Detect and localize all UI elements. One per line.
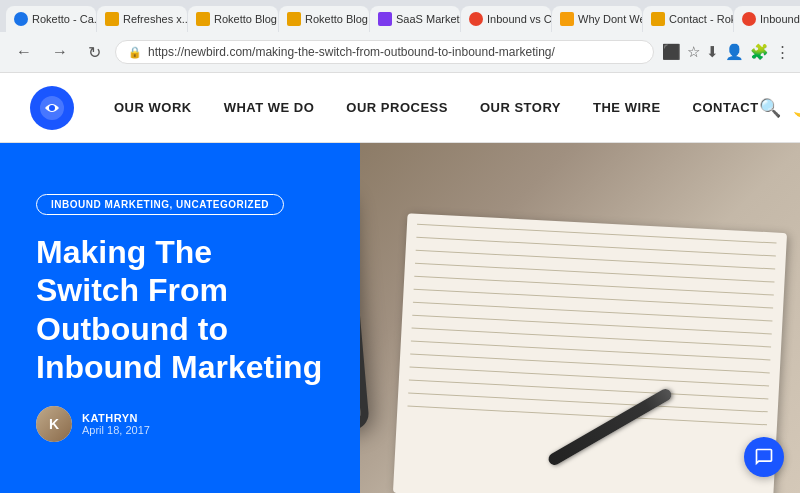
menu-button[interactable]: ⋮ — [775, 43, 790, 61]
tab-roketto[interactable]: Roketto - Ca... × — [6, 6, 96, 32]
tab-saas[interactable]: SaaS Marketi... × — [370, 6, 460, 32]
tab-inbound[interactable]: Inbound vs C... × — [461, 6, 551, 32]
tab-favicon — [742, 12, 756, 26]
nav-what-we-do[interactable]: WHAT WE DO — [224, 100, 315, 115]
tab-favicon — [560, 12, 574, 26]
tab-inbound2[interactable]: Inbound vs C... × — [734, 6, 800, 32]
tab-label: Roketto Blog... — [305, 13, 369, 25]
author-date: April 18, 2017 — [82, 424, 150, 436]
logo[interactable] — [30, 86, 74, 130]
chat-widget[interactable] — [744, 437, 784, 477]
tab-why[interactable]: Why Dont We... × — [552, 6, 642, 32]
nav-the-wire[interactable]: THE WIRE — [593, 100, 661, 115]
tab-label: Why Dont We... — [578, 13, 642, 25]
tab-refreshes[interactable]: Refreshes x... × — [97, 6, 187, 32]
hero-overlay: INBOUND MARKETING, UNCATEGORIZED Making … — [0, 143, 360, 493]
tab-favicon — [14, 12, 28, 26]
profile-button[interactable]: 👤 — [725, 43, 744, 61]
nav-our-process[interactable]: OUR PROCESS — [346, 100, 448, 115]
url-text: https://newbird.com/making-the-switch-fr… — [148, 45, 555, 59]
search-button[interactable]: 🔍 — [759, 97, 781, 119]
forward-button[interactable]: → — [46, 41, 74, 63]
tab-favicon — [287, 12, 301, 26]
dark-mode-button[interactable]: 🌙 — [793, 97, 800, 119]
tab-favicon — [469, 12, 483, 26]
tab-favicon — [651, 12, 665, 26]
tab-contact[interactable]: Contact - Rok... × — [643, 6, 733, 32]
tab-favicon — [196, 12, 210, 26]
nav-our-story[interactable]: OUR STORY — [480, 100, 561, 115]
tab-label: SaaS Marketi... — [396, 13, 460, 25]
tab-label: Roketto - Ca... — [32, 13, 96, 25]
navigation-bar: ← → ↻ 🔒 https://newbird.com/making-the-s… — [0, 32, 800, 72]
tab-roketto2[interactable]: Roketto Blog... × — [188, 6, 278, 32]
hero-section: INBOUND MARKETING, UNCATEGORIZED Making … — [0, 143, 800, 493]
hero-author: K KATHRYN April 18, 2017 — [36, 406, 324, 442]
hero-tag: INBOUND MARKETING, UNCATEGORIZED — [36, 194, 284, 215]
extensions-button[interactable]: 🧩 — [750, 43, 769, 61]
back-button[interactable]: ← — [10, 41, 38, 63]
screenshot-button[interactable]: ⬛ — [662, 43, 681, 61]
chat-icon — [754, 447, 774, 467]
nav-actions: ⬛ ☆ ⬇ 👤 🧩 ⋮ — [662, 43, 790, 61]
tab-roketto3[interactable]: Roketto Blog... × — [279, 6, 369, 32]
author-info: KATHRYN April 18, 2017 — [82, 412, 150, 436]
tab-label: Refreshes x... — [123, 13, 187, 25]
main-nav: OUR WORK WHAT WE DO OUR PROCESS OUR STOR… — [114, 100, 759, 115]
browser-chrome: Roketto - Ca... × Refreshes x... × Roket… — [0, 0, 800, 73]
author-name: KATHRYN — [82, 412, 150, 424]
hero-title: Making The Switch From Outbound to Inbou… — [36, 233, 324, 387]
website: OUR WORK WHAT WE DO OUR PROCESS OUR STOR… — [0, 73, 800, 493]
svg-point-1 — [49, 105, 55, 111]
lock-icon: 🔒 — [128, 46, 142, 59]
tab-favicon — [105, 12, 119, 26]
address-bar[interactable]: 🔒 https://newbird.com/making-the-switch-… — [115, 40, 654, 64]
avatar: K — [36, 406, 72, 442]
tab-label: Inbound vs C... — [760, 13, 800, 25]
nav-contact[interactable]: CONTACT — [693, 100, 759, 115]
tab-label: Inbound vs C... — [487, 13, 551, 25]
tab-label: Contact - Rok... — [669, 13, 733, 25]
tab-bar: Roketto - Ca... × Refreshes x... × Roket… — [0, 0, 800, 32]
nav-our-work[interactable]: OUR WORK — [114, 100, 192, 115]
avatar-initials: K — [36, 406, 72, 442]
download-button[interactable]: ⬇ — [706, 43, 719, 61]
tab-label: Roketto Blog... — [214, 13, 278, 25]
nav-icons: 🔍 🌙 — [759, 97, 800, 119]
bookmark-button[interactable]: ☆ — [687, 43, 700, 61]
refresh-button[interactable]: ↻ — [82, 41, 107, 64]
site-header: OUR WORK WHAT WE DO OUR PROCESS OUR STOR… — [0, 73, 800, 143]
hero-notepad — [393, 213, 787, 493]
tab-favicon — [378, 12, 392, 26]
logo-icon — [39, 95, 65, 121]
